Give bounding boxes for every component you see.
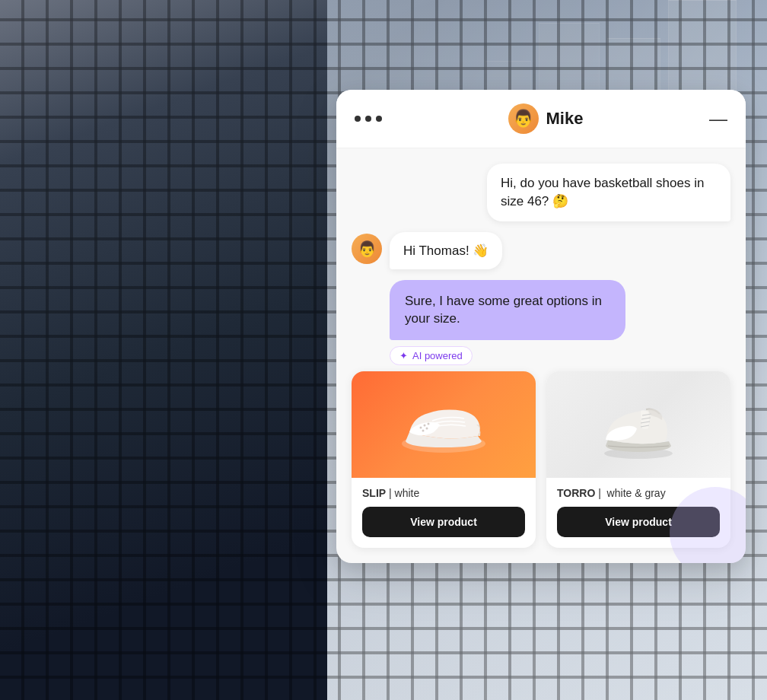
ai-badge-icon: ✦ [399,350,408,361]
user-message: Hi, do you have basketball shoes in size… [352,164,730,221]
minimize-button[interactable]: — [709,110,727,128]
user-bubble: Hi, do you have basketball shoes in size… [487,164,730,221]
agent-avatar: 👨 [352,234,382,264]
agent-main-block: Sure, I have some great options in your … [352,280,730,366]
products-section: SLIP | white View product [336,371,746,548]
product-card-torro: TORRO | white & gray View product [546,371,730,548]
svg-point-4 [422,430,425,432]
header-dots[interactable] [355,116,382,122]
dot-3 [376,116,382,122]
avatar-emoji: 👨 [513,109,533,129]
view-product-button-torro[interactable]: View product [557,507,720,537]
chat-messages: Hi, do you have basketball shoes in size… [336,148,746,371]
ai-badge: ✦ AI powered [390,346,473,365]
svg-point-5 [426,428,428,430]
ai-badge-label: AI powered [412,350,463,361]
product-info-slip: SLIP | white View product [352,478,536,548]
product-name-slip: SLIP | white [362,487,525,499]
agent-avatar-emoji: 👨 [358,240,377,258]
agent-name: Mike [546,109,584,129]
svg-point-3 [428,423,430,425]
svg-point-1 [420,427,422,429]
product-info-torro: TORRO | white & gray View product [546,478,730,548]
dot-1 [355,116,361,122]
shoe-illustration-torro [589,387,688,463]
view-product-button-slip[interactable]: View product [362,507,525,537]
agent-avatar-header: 👨 [508,103,539,134]
shoe-illustration-slip [394,387,493,463]
agent-greeting-bubble: Hi Thomas! 👋 [390,232,502,269]
header-center: 👨 Mike [508,103,584,134]
chat-header: 👨 Mike — [336,90,746,148]
chat-widget: 👨 Mike — Hi, do you have basketball shoe… [336,90,746,563]
dot-2 [365,116,371,122]
agent-main-bubble: Sure, I have some great options in your … [390,280,625,341]
agent-greeting-row: 👨 Hi Thomas! 👋 [352,232,730,269]
product-image-torro [546,371,730,478]
product-name-torro: TORRO | white & gray [557,487,720,499]
product-image-slip [352,371,536,478]
product-card-slip: SLIP | white View product [352,371,536,548]
svg-point-2 [424,425,426,427]
